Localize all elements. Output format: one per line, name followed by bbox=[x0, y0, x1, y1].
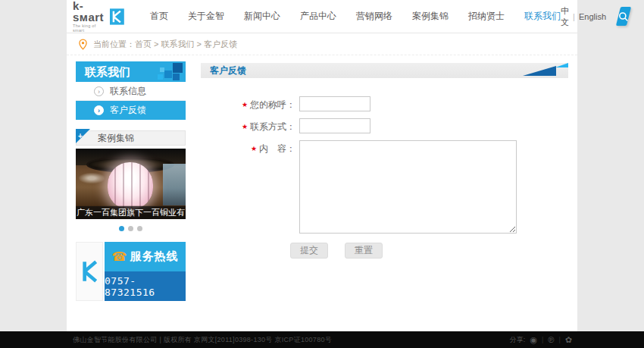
search-button[interactable] bbox=[616, 7, 631, 26]
required-star-icon: ★ bbox=[242, 101, 248, 108]
form-row-message: ★内 容： bbox=[201, 140, 568, 234]
case-carousel-slide[interactable]: 广东一百集团旗下一百铜业有 bbox=[76, 149, 186, 219]
page-title: 客户反馈 bbox=[210, 64, 246, 77]
carousel-dots bbox=[76, 226, 186, 231]
field-label: ★联系方式： bbox=[201, 118, 295, 133]
lang-zh[interactable]: 中文 bbox=[561, 5, 569, 28]
message-textarea[interactable] bbox=[299, 140, 517, 234]
submit-button[interactable]: 提交 bbox=[290, 243, 328, 259]
contact-input[interactable] bbox=[299, 118, 370, 133]
carousel-dot[interactable] bbox=[119, 226, 124, 231]
hotline-header: ☎ 服务热线 bbox=[105, 242, 186, 271]
phone-icon: ☎ bbox=[112, 251, 127, 263]
share-divider: | bbox=[558, 336, 560, 343]
logo-text: k-sмart The king of smart bbox=[73, 0, 107, 33]
nav-item-careers[interactable]: 招纳贤士 bbox=[468, 10, 505, 23]
title-decoration-cyan bbox=[555, 63, 568, 67]
nav-item-network[interactable]: 营销网络 bbox=[356, 10, 392, 23]
sidebar-item-contact-info[interactable]: › 联系信息 bbox=[76, 82, 186, 101]
hotline-number: 0757-87321516 bbox=[105, 275, 186, 298]
required-star-icon: ★ bbox=[251, 145, 257, 152]
plus-icon: + bbox=[78, 129, 83, 143]
language-switch: 中文 | English bbox=[561, 5, 606, 28]
flower-share-icon[interactable]: ✿ bbox=[565, 336, 572, 344]
lang-divider: | bbox=[573, 12, 575, 21]
logo-name: k-sмart bbox=[73, 0, 107, 23]
form-buttons: 提交 重置 bbox=[201, 243, 568, 259]
lang-en[interactable]: English bbox=[579, 12, 606, 21]
chevron-circle-icon: › bbox=[94, 86, 104, 96]
hotline-panel: ☎ 服务热线 0757-87321516 bbox=[105, 242, 186, 301]
nav-item-contact[interactable]: 联系我们 bbox=[524, 10, 561, 23]
feedback-form: ★您的称呼： ★联系方式： ★内 容： 提交 重置 bbox=[201, 96, 568, 259]
share-divider: | bbox=[542, 336, 543, 343]
message-label: 内 容： bbox=[259, 143, 295, 154]
site-header: k-sмart The king of smart 首页 关于金智 新闻中心 产… bbox=[67, 0, 577, 33]
k-logo-icon bbox=[79, 260, 100, 283]
nav-item-about[interactable]: 关于金智 bbox=[188, 10, 224, 23]
breadcrumb: 当前位置： 首页 > 联系我们 > 客户反馈 bbox=[67, 33, 577, 55]
content-column: k-sмart The king of smart 首页 关于金智 新闻中心 产… bbox=[67, 0, 577, 331]
location-pin-icon bbox=[79, 39, 87, 50]
breadcrumb-label: 当前位置： bbox=[93, 39, 135, 50]
nav-item-home[interactable]: 首页 bbox=[150, 10, 168, 23]
name-label: 您的称呼： bbox=[250, 99, 295, 110]
sidebar-item-feedback[interactable]: › 客户反馈 bbox=[76, 101, 186, 120]
page: k-sмart The king of smart 首页 关于金智 新闻中心 产… bbox=[0, 0, 644, 348]
share-label: 分享: bbox=[510, 335, 526, 345]
contact-label: 联系方式： bbox=[250, 121, 295, 132]
name-input[interactable] bbox=[299, 96, 370, 111]
logo[interactable]: k-sмart The king of smart bbox=[73, 0, 124, 33]
share-bar: 分享: ◉ | ℗ | ✿ bbox=[510, 335, 572, 345]
carousel-image-lamp bbox=[108, 162, 153, 209]
logo-tagline: The king of smart bbox=[73, 24, 107, 33]
site-footer: 佛山金智节能股份有限公司 | 版权所有 京网文[2011]0398-130号 京… bbox=[0, 331, 644, 348]
sidebar: 联系我们 › 联系信息 › 客户反馈 bbox=[76, 61, 186, 301]
hotline-number-bar: 0757-87321516 bbox=[105, 271, 186, 301]
sidebar-contact-header: 联系我们 bbox=[76, 61, 186, 82]
carousel-image-window bbox=[163, 164, 186, 205]
carousel-dot[interactable] bbox=[137, 226, 142, 231]
field-label: ★内 容： bbox=[201, 140, 295, 155]
nav-item-products[interactable]: 产品中心 bbox=[300, 10, 336, 23]
carousel-dot[interactable] bbox=[128, 226, 133, 231]
nav-item-cases[interactable]: 案例集锦 bbox=[412, 10, 449, 23]
weibo-icon[interactable]: ◉ bbox=[530, 336, 537, 344]
sidebar-item-label: 客户反馈 bbox=[110, 104, 146, 117]
sidebar-menu: › 联系信息 › 客户反馈 bbox=[76, 82, 186, 120]
sidebar-item-label: 联系信息 bbox=[110, 85, 146, 98]
hotline-label: 服务热线 bbox=[130, 249, 178, 264]
form-row-name: ★您的称呼： bbox=[201, 96, 568, 111]
required-star-icon: ★ bbox=[242, 123, 248, 130]
body-area: 联系我们 › 联系信息 › 客户反馈 bbox=[67, 55, 577, 301]
cases-title: 案例集锦 bbox=[98, 133, 134, 143]
search-icon bbox=[618, 11, 629, 22]
main-nav: 首页 关于金智 新闻中心 产品中心 营销网络 案例集锦 招纳贤士 联系我们 bbox=[150, 10, 561, 23]
main-content: 客户反馈 ★您的称呼： ★联系方式： ★内 容： bbox=[201, 61, 568, 301]
title-decoration-dark bbox=[523, 66, 556, 76]
cases-section-header: + 案例集锦 bbox=[76, 130, 186, 146]
service-hotline: ☎ 服务热线 0757-87321516 bbox=[76, 242, 186, 301]
k-logo-icon bbox=[110, 7, 124, 27]
form-row-contact: ★联系方式： bbox=[201, 118, 568, 133]
chevron-circle-icon: › bbox=[94, 105, 104, 115]
nav-item-news[interactable]: 新闻中心 bbox=[244, 10, 280, 23]
copyright-text: 佛山金智节能股份有限公司 | 版权所有 京网文[2011]0398-130号 京… bbox=[73, 335, 332, 345]
carousel-image-shelf bbox=[79, 173, 105, 183]
sidebar-contact-title: 联系我们 bbox=[85, 65, 130, 78]
breadcrumb-path[interactable]: 首页 > 联系我们 > 客户反馈 bbox=[135, 39, 237, 50]
field-label: ★您的称呼： bbox=[201, 96, 295, 111]
reset-button[interactable]: 重置 bbox=[345, 243, 383, 259]
p-share-icon[interactable]: ℗ bbox=[548, 336, 554, 344]
hotline-logo-tile bbox=[76, 242, 103, 301]
carousel-caption: 广东一百集团旗下一百铜业有 bbox=[76, 206, 186, 219]
page-title-bar: 客户反馈 bbox=[201, 63, 568, 78]
